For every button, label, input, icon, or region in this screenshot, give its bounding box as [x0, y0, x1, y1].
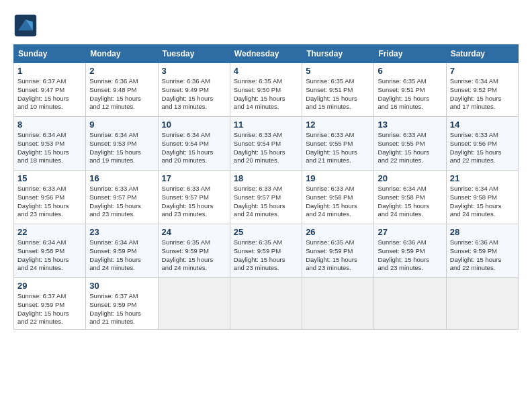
day-info: Sunrise: 6:34 AMSunset: 9:59 PMDaylight:…	[89, 238, 154, 273]
day-number: 20	[378, 173, 442, 183]
day-info: Sunrise: 6:35 AMSunset: 9:51 PMDaylight:…	[306, 77, 370, 111]
calendar-day-cell: 3Sunrise: 6:36 AMSunset: 9:49 PMDaylight…	[158, 63, 230, 117]
day-number: 27	[378, 227, 442, 237]
calendar-day-cell: 30Sunrise: 6:37 AMSunset: 9:59 PMDayligh…	[86, 278, 158, 330]
day-number: 21	[450, 173, 515, 183]
day-number: 6	[378, 66, 442, 76]
weekday-header: Wednesday	[230, 45, 302, 63]
calendar-day-cell	[374, 278, 446, 330]
calendar-week-row: 29Sunrise: 6:37 AMSunset: 9:59 PMDayligh…	[14, 278, 519, 330]
day-number: 17	[162, 173, 226, 183]
calendar-day-cell: 9Sunrise: 6:34 AMSunset: 9:53 PMDaylight…	[86, 117, 158, 171]
calendar-table: SundayMondayTuesdayWednesdayThursdayFrid…	[13, 44, 519, 330]
calendar-day-cell: 12Sunrise: 6:33 AMSunset: 9:55 PMDayligh…	[302, 117, 374, 171]
day-info: Sunrise: 6:36 AMSunset: 9:48 PMDaylight:…	[89, 77, 154, 111]
day-info: Sunrise: 6:33 AMSunset: 9:57 PMDaylight:…	[89, 185, 154, 219]
day-number: 26	[306, 227, 370, 237]
calendar-day-cell: 1Sunrise: 6:37 AMSunset: 9:47 PMDaylight…	[14, 63, 86, 117]
header	[13, 13, 519, 38]
day-number: 18	[234, 173, 298, 183]
day-info: Sunrise: 6:33 AMSunset: 9:57 PMDaylight:…	[234, 185, 298, 219]
day-number: 1	[17, 66, 82, 76]
day-number: 13	[378, 120, 442, 130]
day-number: 15	[17, 173, 82, 183]
day-info: Sunrise: 6:34 AMSunset: 9:54 PMDaylight:…	[162, 131, 226, 165]
weekday-row: SundayMondayTuesdayWednesdayThursdayFrid…	[14, 45, 519, 63]
day-info: Sunrise: 6:35 AMSunset: 9:59 PMDaylight:…	[162, 238, 226, 273]
weekday-header: Friday	[374, 45, 446, 63]
day-number: 4	[234, 66, 298, 76]
day-number: 2	[89, 66, 154, 76]
day-info: Sunrise: 6:36 AMSunset: 9:59 PMDaylight:…	[450, 238, 515, 273]
day-info: Sunrise: 6:33 AMSunset: 9:56 PMDaylight:…	[17, 185, 82, 219]
calendar-day-cell: 20Sunrise: 6:34 AMSunset: 9:58 PMDayligh…	[374, 171, 446, 224]
weekday-header: Saturday	[446, 45, 518, 63]
day-number: 14	[450, 120, 515, 130]
calendar-week-row: 22Sunrise: 6:34 AMSunset: 9:58 PMDayligh…	[14, 224, 519, 278]
calendar-week-row: 1Sunrise: 6:37 AMSunset: 9:47 PMDaylight…	[14, 63, 519, 117]
calendar-day-cell: 6Sunrise: 6:35 AMSunset: 9:51 PMDaylight…	[374, 63, 446, 117]
calendar-day-cell	[158, 278, 230, 330]
day-number: 24	[162, 227, 226, 237]
day-info: Sunrise: 6:36 AMSunset: 9:59 PMDaylight:…	[378, 238, 442, 273]
day-info: Sunrise: 6:34 AMSunset: 9:58 PMDaylight:…	[17, 238, 82, 273]
day-number: 12	[306, 120, 370, 130]
day-info: Sunrise: 6:34 AMSunset: 9:58 PMDaylight:…	[450, 185, 515, 219]
weekday-header: Tuesday	[158, 45, 230, 63]
calendar-day-cell: 19Sunrise: 6:33 AMSunset: 9:58 PMDayligh…	[302, 171, 374, 224]
logo-icon	[13, 13, 38, 38]
calendar-day-cell: 23Sunrise: 6:34 AMSunset: 9:59 PMDayligh…	[86, 224, 158, 278]
day-number: 28	[450, 227, 515, 237]
day-info: Sunrise: 6:37 AMSunset: 9:47 PMDaylight:…	[17, 77, 82, 111]
day-info: Sunrise: 6:35 AMSunset: 9:51 PMDaylight:…	[378, 77, 442, 111]
logo	[13, 13, 40, 38]
calendar-week-row: 15Sunrise: 6:33 AMSunset: 9:56 PMDayligh…	[14, 171, 519, 224]
calendar-day-cell: 5Sunrise: 6:35 AMSunset: 9:51 PMDaylight…	[302, 63, 374, 117]
calendar-day-cell: 13Sunrise: 6:33 AMSunset: 9:55 PMDayligh…	[374, 117, 446, 171]
day-info: Sunrise: 6:33 AMSunset: 9:58 PMDaylight:…	[306, 185, 370, 219]
day-number: 30	[89, 281, 154, 291]
day-info: Sunrise: 6:34 AMSunset: 9:53 PMDaylight:…	[89, 131, 154, 165]
calendar-day-cell: 10Sunrise: 6:34 AMSunset: 9:54 PMDayligh…	[158, 117, 230, 171]
calendar-day-cell: 11Sunrise: 6:33 AMSunset: 9:54 PMDayligh…	[230, 117, 302, 171]
day-number: 7	[450, 66, 515, 76]
day-number: 25	[234, 227, 298, 237]
calendar-day-cell: 18Sunrise: 6:33 AMSunset: 9:57 PMDayligh…	[230, 171, 302, 224]
calendar-day-cell	[446, 278, 518, 330]
day-info: Sunrise: 6:34 AMSunset: 9:58 PMDaylight:…	[378, 185, 442, 219]
calendar-header: SundayMondayTuesdayWednesdayThursdayFrid…	[14, 45, 519, 63]
day-info: Sunrise: 6:35 AMSunset: 9:50 PMDaylight:…	[234, 77, 298, 111]
day-number: 9	[89, 120, 154, 130]
calendar-day-cell: 25Sunrise: 6:35 AMSunset: 9:59 PMDayligh…	[230, 224, 302, 278]
calendar-day-cell: 29Sunrise: 6:37 AMSunset: 9:59 PMDayligh…	[14, 278, 86, 330]
calendar-day-cell	[302, 278, 374, 330]
calendar-day-cell: 4Sunrise: 6:35 AMSunset: 9:50 PMDaylight…	[230, 63, 302, 117]
weekday-header: Thursday	[302, 45, 374, 63]
day-number: 22	[17, 227, 82, 237]
day-number: 5	[306, 66, 370, 76]
day-info: Sunrise: 6:34 AMSunset: 9:53 PMDaylight:…	[17, 131, 82, 165]
calendar-day-cell: 21Sunrise: 6:34 AMSunset: 9:58 PMDayligh…	[446, 171, 518, 224]
calendar-day-cell: 22Sunrise: 6:34 AMSunset: 9:58 PMDayligh…	[14, 224, 86, 278]
day-number: 10	[162, 120, 226, 130]
weekday-header: Sunday	[14, 45, 86, 63]
calendar-body: 1Sunrise: 6:37 AMSunset: 9:47 PMDaylight…	[14, 63, 519, 330]
day-info: Sunrise: 6:33 AMSunset: 9:55 PMDaylight:…	[378, 131, 442, 165]
calendar-day-cell: 15Sunrise: 6:33 AMSunset: 9:56 PMDayligh…	[14, 171, 86, 224]
day-info: Sunrise: 6:37 AMSunset: 9:59 PMDaylight:…	[17, 292, 82, 326]
calendar-day-cell: 26Sunrise: 6:35 AMSunset: 9:59 PMDayligh…	[302, 224, 374, 278]
day-info: Sunrise: 6:36 AMSunset: 9:49 PMDaylight:…	[162, 77, 226, 111]
day-number: 29	[17, 281, 82, 291]
day-info: Sunrise: 6:33 AMSunset: 9:57 PMDaylight:…	[162, 185, 226, 219]
day-number: 8	[17, 120, 82, 130]
calendar-day-cell: 24Sunrise: 6:35 AMSunset: 9:59 PMDayligh…	[158, 224, 230, 278]
day-number: 11	[234, 120, 298, 130]
calendar-day-cell	[230, 278, 302, 330]
calendar-day-cell: 7Sunrise: 6:34 AMSunset: 9:52 PMDaylight…	[446, 63, 518, 117]
day-info: Sunrise: 6:33 AMSunset: 9:55 PMDaylight:…	[306, 131, 370, 165]
weekday-header: Monday	[86, 45, 158, 63]
day-number: 23	[89, 227, 154, 237]
day-info: Sunrise: 6:33 AMSunset: 9:54 PMDaylight:…	[234, 131, 298, 165]
calendar-day-cell: 2Sunrise: 6:36 AMSunset: 9:48 PMDaylight…	[86, 63, 158, 117]
day-info: Sunrise: 6:35 AMSunset: 9:59 PMDaylight:…	[306, 238, 370, 273]
